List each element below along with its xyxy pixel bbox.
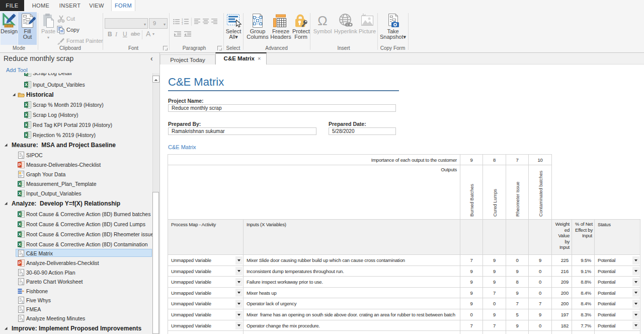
svg-text:3: 3 [182, 23, 183, 25]
